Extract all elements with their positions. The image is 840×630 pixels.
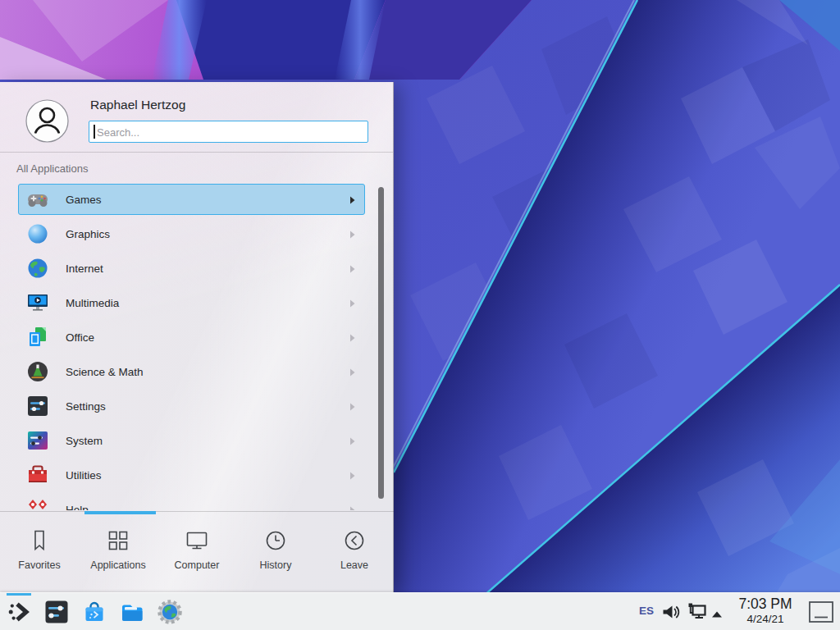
- tab-favorites[interactable]: Favorites: [0, 512, 79, 592]
- help-icon: [26, 498, 49, 510]
- category-item-multimedia[interactable]: Multimedia: [18, 287, 365, 318]
- category-label: Games: [66, 194, 102, 206]
- discover-button[interactable]: [81, 599, 107, 625]
- favorites-icon: [27, 528, 52, 553]
- tab-history[interactable]: History: [236, 512, 315, 592]
- tab-leave[interactable]: Leave: [315, 512, 394, 592]
- submenu-arrow-icon: [349, 231, 355, 239]
- science-icon: [26, 360, 49, 383]
- submenu-arrow-icon: [349, 196, 355, 204]
- submenu-arrow-icon: [349, 265, 355, 273]
- taskbar-panel: ES 7:03 PM 4/24/21: [0, 592, 840, 630]
- digital-clock[interactable]: 7:03 PM 4/24/21: [727, 596, 804, 626]
- category-label: Science & Math: [66, 366, 144, 378]
- user-avatar[interactable]: [25, 99, 69, 143]
- category-label: Office: [66, 331, 94, 344]
- category-label: Help: [66, 504, 89, 511]
- category-label: System: [66, 435, 103, 447]
- submenu-arrow-icon: [349, 299, 355, 308]
- category-item-utilities[interactable]: Utilities: [18, 459, 365, 491]
- discover-icon: [81, 599, 107, 625]
- category-item-graphics[interactable]: Graphics: [18, 218, 365, 249]
- leave-icon: [342, 528, 367, 553]
- tab-label: History: [260, 559, 292, 571]
- file-manager-button[interactable]: [119, 599, 145, 625]
- internet-icon: [26, 257, 49, 280]
- category-list: Games Graphics: [0, 184, 374, 510]
- category-item-system[interactable]: System: [18, 425, 365, 456]
- system-settings-button[interactable]: [43, 599, 70, 625]
- settings-icon: [26, 395, 49, 418]
- tab-computer[interactable]: Computer: [158, 512, 236, 592]
- multimedia-icon: [26, 291, 49, 314]
- app-launcher-button[interactable]: [7, 599, 33, 625]
- tab-label: Applications: [90, 559, 145, 571]
- folder-icon: [119, 599, 145, 625]
- application-launcher-popup: Raphael Hertzog All Applications: [0, 82, 394, 592]
- category-item-games[interactable]: Games: [18, 184, 365, 215]
- category-item-office[interactable]: Office: [18, 322, 365, 353]
- show-desktop-button[interactable]: [808, 600, 834, 627]
- active-tab-indicator: [84, 511, 156, 514]
- expand-tray-icon[interactable]: [710, 607, 724, 622]
- category-item-internet[interactable]: Internet: [18, 253, 365, 284]
- tab-applications[interactable]: Applications: [79, 512, 158, 592]
- desktop: Raphael Hertzog All Applications: [0, 0, 840, 630]
- tab-label: Computer: [175, 559, 220, 571]
- category-label: Internet: [66, 262, 103, 275]
- submenu-arrow-icon: [349, 403, 355, 411]
- web-browser-button[interactable]: [157, 599, 183, 625]
- games-icon: [26, 188, 49, 211]
- keyboard-layout-indicator[interactable]: ES: [639, 605, 654, 617]
- computer-icon: [185, 528, 209, 553]
- user-name: Raphael Hertzog: [90, 98, 185, 112]
- tab-label: Favorites: [18, 559, 60, 571]
- history-icon: [263, 528, 288, 553]
- launcher-tab-bar: Favorites Applications Computer: [0, 511, 394, 592]
- clock-time: 7:03 PM: [727, 596, 804, 613]
- utilities-icon: [26, 463, 49, 486]
- search-box[interactable]: [89, 121, 368, 143]
- applications-icon: [106, 528, 130, 553]
- category-label: Multimedia: [66, 297, 119, 309]
- scrollbar-thumb[interactable]: [378, 187, 384, 499]
- office-icon: [26, 326, 49, 349]
- submenu-arrow-icon: [349, 437, 355, 445]
- submenu-arrow-icon: [349, 334, 355, 342]
- clock-date: 4/24/21: [727, 613, 804, 626]
- volume-icon[interactable]: [661, 602, 681, 625]
- category-item-science-math[interactable]: Science & Math: [18, 356, 365, 387]
- submenu-arrow-icon: [349, 506, 355, 510]
- network-icon[interactable]: [686, 601, 707, 626]
- category-item-settings[interactable]: Settings: [18, 390, 365, 422]
- show-desktop-icon: [808, 600, 834, 623]
- submenu-arrow-icon: [349, 472, 355, 480]
- category-item-help[interactable]: Help: [18, 494, 365, 510]
- submenu-arrow-icon: [349, 368, 355, 377]
- tab-label: Leave: [340, 559, 368, 571]
- category-label: Settings: [66, 400, 106, 413]
- active-app-indicator: [7, 593, 31, 596]
- search-input[interactable]: [95, 122, 361, 143]
- graphics-icon: [26, 222, 49, 245]
- web-browser-icon: [157, 599, 183, 625]
- launcher-header: Raphael Hertzog: [0, 82, 393, 153]
- category-label: Utilities: [66, 469, 102, 482]
- system-settings-icon: [43, 599, 70, 625]
- section-label: All Applications: [16, 162, 88, 175]
- category-label: Graphics: [66, 228, 110, 240]
- system-icon: [26, 429, 49, 452]
- kde-launcher-icon: [7, 599, 33, 625]
